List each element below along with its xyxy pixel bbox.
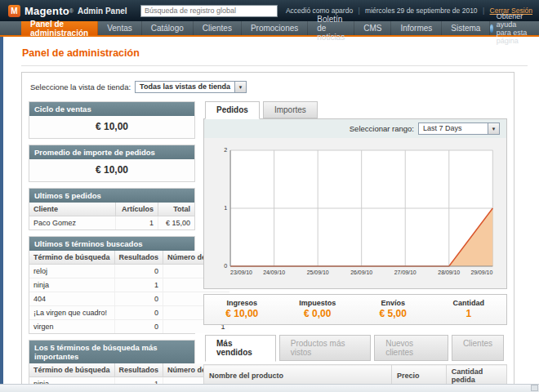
store-view-select[interactable]: Todas las vistas de tienda ▼ [135, 81, 247, 93]
dashboard-right-column: Pedidos Importes Seleccionar rango: Last… [203, 101, 507, 392]
window-left-strip [0, 37, 3, 384]
title-divider [21, 65, 528, 66]
tab-new-customers[interactable]: Nuevos clientes [374, 335, 448, 361]
range-select[interactable]: Last 7 Days ▼ [418, 122, 500, 135]
table-row[interactable]: ninja110 [29, 278, 229, 292]
tab-orders[interactable]: Pedidos [205, 101, 260, 119]
svg-text:29/09/10: 29/09/10 [470, 270, 492, 275]
svg-text:0: 0 [224, 262, 227, 270]
svg-text:2: 2 [224, 146, 227, 154]
header: M Magento ® Admin Panel Accedió como apa… [0, 0, 539, 21]
table-cell: 1 [114, 278, 163, 292]
nav-item-sales[interactable]: Ventas [98, 21, 142, 35]
store-view-label: Seleccione la vista de tienda: [30, 82, 131, 91]
select-range-label: Seleccionar rango: [350, 124, 414, 133]
table-cell: 0 [114, 265, 163, 278]
scrollbar-corner[interactable] [531, 385, 538, 391]
logo-admin-panel-label: Admin Panel [78, 7, 127, 16]
nav-item-dashboard[interactable]: Panel de administración [21, 21, 98, 35]
nav-item-newsletter[interactable]: Boletín de noticias [308, 21, 354, 35]
svg-text:24/09/10: 24/09/10 [263, 270, 285, 275]
table-cell: ninja [29, 278, 114, 292]
column-header[interactable]: Término de búsqueda [29, 251, 114, 265]
average-orders-value: € 10,00 [29, 159, 194, 181]
nav-item-catalog[interactable]: Catálogo [142, 21, 194, 35]
chart-tabs: Pedidos Importes [203, 101, 507, 119]
table-cell: 404 [29, 292, 114, 306]
table-cell: 0 [114, 292, 163, 306]
column-header[interactable]: Artículos [115, 203, 158, 216]
get-help-link[interactable]: Obtener ayuda para esta página [490, 21, 539, 35]
current-date-text: miércoles 29 de septiembre de 2010 [365, 7, 478, 15]
column-header[interactable]: Resultados [114, 251, 163, 265]
chevron-down-icon: ▼ [488, 123, 499, 134]
table-cell: Paco Gomez [29, 216, 115, 230]
totals-bar: Ingresos € 10,00 Impuestos € 0,00 Envíos… [203, 294, 507, 325]
orders-chart: 01223/09/1024/09/1025/09/1026/09/1027/09… [204, 138, 506, 288]
tab-customers[interactable]: Clientes [452, 335, 504, 361]
nav-item-customers[interactable]: Clientes [194, 21, 242, 35]
logo-registered-mark: ® [69, 8, 74, 14]
svg-text:1: 1 [224, 204, 227, 212]
tab-bestsellers[interactable]: Más vendidos [205, 335, 276, 362]
grid-tabs: Más vendidos Productos más vistos Nuevos… [203, 335, 507, 361]
svg-text:27/09/10: 27/09/10 [394, 270, 416, 275]
logo-text: Magento [24, 5, 69, 17]
svg-text:23/09/10: 23/09/10 [230, 270, 252, 275]
magento-logo: M Magento ® Admin Panel [8, 5, 127, 17]
window-bottom-strip [0, 384, 539, 392]
nav-item-reports[interactable]: Informes [391, 21, 442, 35]
table-row[interactable]: reloj02 [29, 265, 229, 278]
column-header[interactable]: Resultados [114, 363, 163, 377]
tab-most-viewed[interactable]: Productos más vistos [279, 335, 371, 361]
table-cell: 0 [114, 320, 163, 334]
tab-amounts[interactable]: Importes [263, 101, 318, 118]
svg-text:26/09/10: 26/09/10 [350, 270, 372, 275]
column-header[interactable]: Término de búsqueda [29, 363, 114, 377]
nav-item-promotions[interactable]: Promociones [242, 21, 308, 35]
table-row[interactable]: virgen01 [29, 320, 229, 334]
svg-text:28/09/10: 28/09/10 [438, 270, 460, 275]
nav-item-system[interactable]: Sistema [442, 21, 490, 35]
main-nav: Panel de administración Ventas Catálogo … [0, 21, 539, 37]
get-help-label: Obtener ayuda para esta página [497, 12, 531, 45]
nav-item-cms[interactable]: CMS [354, 21, 391, 35]
top-search-terms-title: Los 5 términos de búsqueda más important… [29, 341, 194, 363]
total-shipping: Envíos € 5,00 [355, 299, 431, 319]
last-search-terms-title: Ultimos 5 términos buscados [29, 237, 194, 251]
logged-in-as-text: Accedió como apardo [286, 7, 353, 15]
help-icon [490, 24, 492, 33]
column-header[interactable]: Total [158, 203, 194, 216]
table-row[interactable]: 40401 [29, 292, 229, 306]
total-quantity: Cantidad 1 [431, 299, 507, 319]
table-cell: ¡La virgen que cuadro! [29, 306, 114, 320]
chevron-down-icon: ▼ [234, 82, 246, 92]
lifetime-sales-value: € 10,00 [29, 116, 194, 138]
orders-area-chart: 01223/09/1024/09/1025/09/1026/09/1027/09… [212, 144, 499, 284]
total-tax: Impuestos € 0,00 [280, 299, 356, 319]
lifetime-sales-widget: Ciclo de ventas € 10,00 [29, 101, 195, 139]
table-cell: reloj [29, 265, 114, 278]
total-revenue: Ingresos € 10,00 [204, 299, 280, 319]
table-cell: 1 [115, 216, 158, 230]
page-title: Panel de administración [22, 47, 539, 59]
average-orders-title: Promedio de importe de pedidos [29, 145, 194, 159]
column-header[interactable]: Cliente [29, 203, 115, 216]
table-row[interactable]: ¡La virgen que cuadro!02 [29, 306, 229, 320]
orders-chart-panel: Seleccionar rango: Last 7 Days ▼ 01223/0… [203, 119, 507, 289]
last-orders-title: Ultimos 5 pedidos [29, 189, 194, 203]
global-search-input[interactable] [140, 5, 278, 17]
table-cell: € 15,00 [158, 216, 194, 230]
svg-text:25/09/10: 25/09/10 [307, 270, 329, 275]
dashboard-container: Seleccione la vista de tienda: Todas las… [21, 72, 514, 392]
lifetime-sales-title: Ciclo de ventas [29, 102, 194, 116]
magento-logo-icon: M [8, 5, 20, 17]
dashboard-left-column: Ciclo de ventas € 10,00 Promedio de impo… [29, 101, 195, 392]
table-cell: virgen [29, 320, 114, 334]
average-orders-widget: Promedio de importe de pedidos € 10,00 [29, 145, 195, 182]
table-row[interactable]: Paco Gomez1€ 15,00 [29, 216, 194, 230]
last-search-terms-widget: Ultimos 5 términos buscados Término de b… [29, 236, 195, 334]
table-cell: 0 [114, 306, 163, 320]
last-orders-widget: Ultimos 5 pedidos Cliente Artículos Tota… [29, 188, 195, 230]
